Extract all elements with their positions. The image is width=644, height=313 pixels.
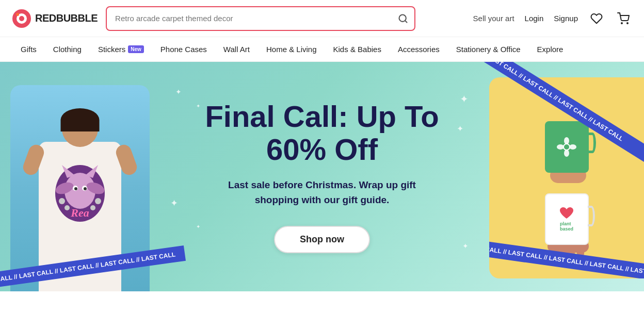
login-link[interactable]: Login: [525, 14, 544, 23]
header: REDBUBBLE Sell your art Login Signup: [0, 0, 644, 37]
nav-item-kids-babies[interactable]: Kids & Babies: [325, 37, 390, 62]
hero-subtitle: Last sale before Christmas. Wrap up gift…: [205, 178, 439, 207]
sell-your-art-link[interactable]: Sell your art: [473, 14, 514, 23]
person-hair: [61, 108, 100, 131]
hoodie-art: Rea: [52, 152, 108, 224]
signup-link[interactable]: Signup: [554, 14, 578, 23]
svg-line-5: [405, 20, 407, 22]
svg-point-2: [19, 16, 24, 21]
star-decoration: ✦: [462, 242, 469, 250]
svg-point-17: [84, 187, 87, 190]
svg-point-16: [74, 187, 77, 190]
mug-green-container: [545, 121, 589, 173]
star-decoration: ✦: [457, 124, 463, 134]
redbubble-logo-icon: [12, 9, 31, 28]
star-decoration: ✦: [196, 103, 200, 109]
logo-text: REDBUBBLE: [35, 12, 98, 24]
main-nav: Gifts Clothing Stickers New Phone Cases …: [0, 37, 644, 62]
wishlist-button[interactable]: [588, 10, 605, 27]
nav-item-gifts[interactable]: Gifts: [12, 37, 45, 62]
svg-point-25: [564, 150, 569, 157]
mug-content: plantbased: [559, 207, 574, 232]
nav-item-stationery-office[interactable]: Stationery & Office: [448, 37, 529, 62]
nav-item-explore[interactable]: Explore: [529, 37, 572, 62]
svg-point-3: [16, 13, 19, 16]
svg-point-21: [65, 205, 70, 210]
hero-content: Final Call: Up To 60% Off Last sale befo…: [205, 100, 439, 254]
cart-icon: [617, 12, 630, 25]
heart-mug-icon: [559, 207, 574, 220]
hero-left-panel: Rea LAST CALL // LAST CALL // L: [0, 62, 160, 291]
star-decoration: ✦: [196, 224, 200, 229]
search-icon: [398, 13, 408, 24]
mug-handle-green: [589, 133, 596, 153]
svg-point-26: [557, 144, 564, 150]
svg-point-7: [627, 23, 628, 24]
nav-item-wall-art[interactable]: Wall Art: [215, 37, 258, 62]
shop-now-button[interactable]: Shop now: [274, 226, 370, 253]
nav-item-clothing[interactable]: Clothing: [45, 37, 90, 62]
arm-left: [21, 143, 46, 177]
cart-button[interactable]: [615, 10, 632, 27]
svg-point-20: [95, 198, 101, 204]
svg-point-24: [564, 137, 569, 144]
hero-title: Final Call: Up To 60% Off: [205, 100, 439, 166]
mug-white-container: plantbased: [545, 193, 589, 245]
star-decoration: ✦: [170, 197, 178, 209]
heart-icon: [590, 12, 603, 25]
mug-green: [545, 121, 589, 173]
search-input[interactable]: [106, 6, 415, 31]
nav-item-home-living[interactable]: Home & Living: [258, 37, 325, 62]
flower-icon: [555, 136, 578, 159]
star-decoration: ✦: [175, 88, 182, 96]
hoodie-graphic: Rea: [52, 152, 108, 224]
svg-point-28: [564, 144, 569, 150]
arm-right: [114, 143, 139, 177]
header-actions: Sell your art Login Signup: [473, 10, 632, 27]
search-bar: [106, 6, 415, 31]
search-button[interactable]: [391, 6, 415, 31]
svg-point-19: [59, 198, 65, 204]
new-badge: New: [128, 45, 144, 53]
mug-handle-white: [588, 206, 595, 226]
svg-point-27: [569, 144, 576, 150]
nav-item-phone-cases[interactable]: Phone Cases: [152, 37, 215, 62]
nav-item-stickers[interactable]: Stickers New: [90, 37, 152, 62]
nav-item-accessories[interactable]: Accessories: [390, 37, 448, 62]
plant-based-text: plantbased: [560, 221, 573, 232]
logo[interactable]: REDBUBBLE: [12, 9, 98, 28]
hero-banner: ✦ ✦ ✦ ✦ ✦ ✦ ✦: [0, 62, 644, 291]
mug-white: plantbased: [545, 193, 589, 245]
svg-point-22: [90, 205, 95, 210]
star-decoration: ✦: [460, 93, 469, 105]
svg-text:Rea: Rea: [70, 206, 89, 219]
svg-point-6: [621, 23, 622, 24]
